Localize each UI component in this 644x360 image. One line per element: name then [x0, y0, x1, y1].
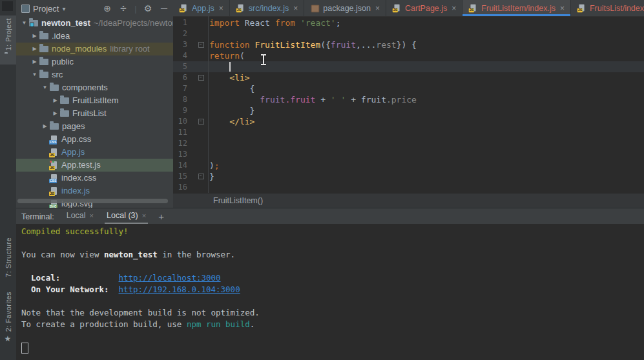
terminal-tab-local[interactable]: Local× [65, 211, 96, 224]
project-panel-title[interactable]: Project [33, 4, 59, 14]
tab-close-icon[interactable]: × [560, 4, 565, 13]
terminal-line [21, 342, 644, 354]
fold-marker-icon[interactable] [198, 174, 204, 179]
code-line-15[interactable]: 15} [173, 171, 644, 182]
code-line-14[interactable]: 14); [173, 160, 644, 171]
settings-gear-icon[interactable]: ⚙ [141, 3, 154, 14]
breadcrumb[interactable]: FruitListItem() [173, 193, 644, 208]
code-editor[interactable]: 1import React from 'react';23function Fr… [173, 16, 644, 194]
terminal-tab-close-icon[interactable]: × [90, 212, 94, 219]
code-token: return [209, 51, 240, 61]
tree-expand-arrow[interactable]: ▶ [30, 30, 39, 43]
activity-bar-item-label: 2: Favorites [5, 292, 12, 332]
line-number: 16 [173, 182, 187, 193]
code-line-1[interactable]: 1import React from 'react'; [173, 17, 644, 28]
tab-close-icon[interactable]: × [219, 4, 223, 13]
terminal-link[interactable]: http://192.168.0.104:3000 [119, 285, 240, 294]
activity-bar-item--project[interactable]: 1: Project [0, 15, 16, 65]
code-line-3[interactable]: 3function FruitListItem({fruit,...rest})… [173, 39, 644, 50]
tree-item-label: index.js [61, 185, 90, 197]
js-file-icon: JS [393, 4, 402, 13]
tree-expand-arrow[interactable]: ▼ [30, 68, 39, 81]
folder-icon [29, 20, 38, 26]
tree-item-app-test-js[interactable]: JSApp.test.js [16, 159, 173, 172]
code-line-12[interactable]: 12 [173, 138, 644, 149]
tree-item-fruitlistitem[interactable]: ▶FruitListItem [16, 94, 173, 107]
code-line-6[interactable]: 6 <li> [173, 72, 644, 83]
code-text: { [208, 83, 254, 94]
tree-item-fruitslist[interactable]: ▶FruitsList [16, 107, 173, 120]
tree-item-components[interactable]: ▼components [16, 81, 173, 94]
editor-tab-package-json[interactable]: package.json× [304, 0, 386, 16]
terminal-tab-close-icon[interactable]: × [142, 212, 146, 219]
tree-expand-arrow[interactable]: ▼ [41, 81, 49, 94]
tree-item-public[interactable]: ▶public [16, 55, 173, 68]
code-line-9[interactable]: 9 } [173, 105, 644, 116]
activity-bar-item--structure[interactable]: 7: Structure [0, 237, 16, 288]
editor-tab-app-js[interactable]: JSApp.js× [173, 0, 230, 16]
editor-tab-fruitslist-index-js[interactable]: JSFruitsList/index.js× [571, 0, 644, 16]
code-line-13[interactable]: 13 [173, 149, 644, 160]
tab-close-icon[interactable]: × [293, 4, 298, 13]
code-line-4[interactable]: 4return( [173, 50, 644, 61]
code-text: </li> [208, 116, 254, 127]
tree-item-node-modules[interactable]: ▶node_moduleslibrary root [16, 43, 173, 55]
code-line-5[interactable]: 5 [173, 61, 644, 72]
collapse-all-icon[interactable]: ÷ [117, 4, 130, 13]
locate-file-icon[interactable]: ⊕ [101, 3, 114, 14]
file-type-badge: JS [469, 8, 474, 12]
tree-item-index-js[interactable]: JSindex.js [16, 185, 173, 197]
tree-expand-arrow[interactable]: ▶ [51, 94, 59, 107]
new-terminal-tab-button[interactable]: + [158, 211, 164, 224]
code-token: .fruit [285, 95, 315, 105]
terminal-line: On Your Network: http://192.168.0.104:30… [21, 284, 644, 295]
window-menu-icon[interactable] [2, 1, 13, 11]
tree-item-app-js[interactable]: JSApp.js [16, 146, 173, 159]
fold-marker-icon[interactable] [198, 42, 204, 48]
hide-panel-icon[interactable]: ─ [158, 3, 171, 14]
tree-item-label: public [52, 55, 74, 68]
activity-bar-item--favorites[interactable]: 2: Favorites★ [0, 292, 16, 343]
fold-column [187, 39, 208, 50]
chevron-down-icon[interactable]: ▾ [62, 5, 65, 12]
editor-tab-fruitlistitem-index-js[interactable]: JSFruitListItem/index.js× [462, 0, 571, 16]
code-line-10[interactable]: 10 </li> [173, 116, 644, 127]
code-text: return( [208, 50, 245, 61]
tree-item--idea[interactable]: ▶.idea [16, 30, 173, 43]
tree-item-label: App.test.js [61, 159, 101, 172]
tab-close-icon[interactable]: × [375, 4, 380, 13]
tree-expand-arrow[interactable]: ▶ [30, 43, 39, 55]
editor-tab-src-index-js[interactable]: JSsrc/index.js× [230, 0, 305, 16]
structure-icon [5, 281, 12, 288]
tree-expand-arrow[interactable]: ▼ [20, 17, 28, 30]
breadcrumb-context[interactable]: FruitListItem() [213, 196, 263, 205]
tree-item-index-css[interactable]: CSSindex.css [16, 172, 173, 185]
file-type-badge: JS [49, 153, 55, 157]
code-line-2[interactable]: 2 [173, 28, 644, 39]
tree-expand-arrow[interactable]: ▶ [51, 107, 59, 120]
tree-item-suffix: ~/IdeaProjects/newton [94, 17, 174, 30]
tab-close-icon[interactable]: × [452, 4, 456, 13]
fold-marker-icon[interactable] [198, 75, 204, 81]
tree-item-pages[interactable]: ▶pages [16, 120, 173, 133]
fold-column [187, 171, 208, 182]
tree-item-app-css[interactable]: CSSApp.css [16, 133, 173, 146]
tree-item-newton-test[interactable]: ▼newton_test~/IdeaProjects/newton [16, 17, 173, 30]
tree-expand-arrow[interactable]: ▶ [30, 55, 39, 68]
fold-column [187, 138, 208, 149]
tree-item-src[interactable]: ▼src [16, 68, 173, 81]
editor-tab-cartpage-js[interactable]: JSCartPage.js× [386, 0, 462, 16]
code-line-11[interactable]: 11 [173, 127, 644, 138]
tree-expand-arrow[interactable]: ▶ [41, 120, 49, 133]
line-number: 15 [173, 171, 187, 182]
line-number: 13 [173, 149, 187, 160]
fold-column [187, 17, 208, 28]
fold-column [187, 72, 208, 83]
terminal-link[interactable]: http://localhost:3000 [119, 273, 221, 283]
code-line-7[interactable]: 7 { [173, 83, 644, 94]
code-line-16[interactable]: 16 [173, 182, 644, 193]
fold-marker-icon[interactable] [198, 119, 204, 125]
code-line-8[interactable]: 8 fruit.fruit + ' ' + fruit.price [173, 94, 644, 105]
terminal-tab-local-3-[interactable]: Local (3)× [105, 211, 148, 224]
tree-horizontal-scrollbar[interactable] [17, 199, 168, 203]
